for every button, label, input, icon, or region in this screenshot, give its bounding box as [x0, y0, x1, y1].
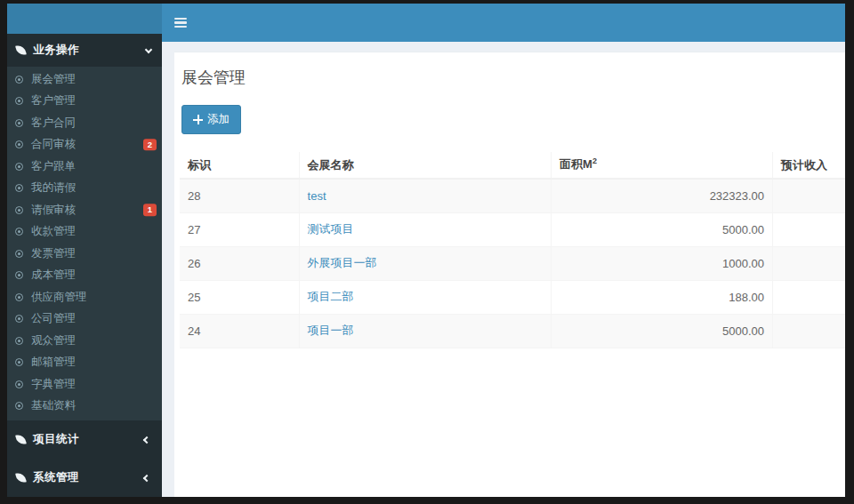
sidebar-item-company-mgmt[interactable]: 公司管理	[7, 308, 162, 331]
leaf-icon	[15, 44, 26, 55]
table-row: 27 测试项目 5000.00 100000.00 内展项目	[180, 212, 845, 246]
cell-income: 100000.00	[773, 314, 845, 348]
sidebar: 业务操作 展会管理 客户管理 客户合同 合同审核 2	[7, 4, 162, 497]
table-row: 26 外展项目一部 1000.00 10000.00 外展项目	[180, 246, 845, 280]
cell-area: 5000.00	[552, 212, 773, 246]
chevron-left-icon	[143, 436, 150, 443]
page-title: 展会管理	[180, 60, 845, 88]
topbar	[162, 4, 845, 42]
exhibition-link[interactable]: 项目一部	[308, 324, 354, 337]
cell-id: 27	[180, 212, 299, 246]
table-header-row: 标识 会展名称 面积M2 预计收入 实施部门	[180, 152, 845, 179]
header-area: 面积M2	[552, 152, 773, 179]
content-panel: 展会管理 添加 标识 会展名称 面积M2 预计收入	[174, 52, 845, 497]
dot-circle-icon	[15, 228, 23, 236]
cell-area: 232323.00	[552, 179, 773, 212]
cell-area: 1000.00	[552, 246, 773, 280]
sidebar-toggle-icon[interactable]	[174, 16, 190, 30]
app-window: 业务操作 展会管理 客户管理 客户合同 合同审核 2	[7, 4, 845, 497]
plus-icon	[193, 115, 203, 124]
exhibition-link[interactable]: 项目二部	[308, 290, 354, 303]
sidebar-item-dictionary-mgmt[interactable]: 字典管理	[7, 373, 162, 396]
header-id: 标识	[180, 152, 299, 179]
cell-id: 26	[180, 246, 299, 280]
exhibition-link[interactable]: 测试项目	[308, 222, 354, 236]
sidebar-section-system-mgmt[interactable]: 系统管理	[7, 459, 162, 497]
sidebar-item-customer-mgmt[interactable]: 客户管理	[7, 91, 162, 113]
dot-circle-icon	[15, 315, 23, 323]
section-label: 业务操作	[33, 43, 79, 58]
sidebar-item-email-mgmt[interactable]: 邮箱管理	[7, 352, 162, 374]
add-button[interactable]: 添加	[181, 105, 241, 134]
cell-area: 5000.00	[552, 314, 773, 348]
dot-circle-icon	[15, 402, 23, 410]
cell-income: 100000.00	[773, 212, 845, 246]
dot-circle-icon	[15, 380, 23, 388]
chevron-left-icon	[143, 474, 150, 481]
main-area: 展会管理 添加 标识 会展名称 面积M2 预计收入	[162, 4, 845, 497]
exhibition-link[interactable]: test	[308, 189, 326, 203]
dot-circle-icon	[15, 206, 23, 214]
dot-circle-icon	[15, 271, 23, 279]
cell-income: 10000.00	[773, 280, 845, 314]
sidebar-item-leave-review[interactable]: 请假审核 1	[7, 199, 162, 221]
section-label: 系统管理	[33, 470, 79, 485]
sidebar-item-payment-mgmt[interactable]: 收款管理	[7, 221, 162, 244]
table-row: 24 项目一部 5000.00 100000.00 内展项目	[180, 314, 845, 348]
sidebar-item-basic-data[interactable]: 基础资料	[7, 396, 162, 418]
sidebar-item-cost-mgmt[interactable]: 成本管理	[7, 265, 162, 287]
header-name: 会展名称	[299, 152, 551, 179]
cell-id: 25	[180, 280, 299, 314]
exhibitions-table: 标识 会展名称 面积M2 预计收入 实施部门 28 test 232323.00	[180, 152, 845, 348]
dot-circle-icon	[15, 97, 23, 105]
sidebar-item-my-leave[interactable]: 我的请假	[7, 178, 162, 200]
sidebar-item-customer-followup[interactable]: 客户跟单	[7, 156, 162, 178]
header-income: 预计收入	[773, 152, 845, 179]
sidebar-item-customer-contract[interactable]: 客户合同	[7, 112, 162, 134]
business-submenu: 展会管理 客户管理 客户合同 合同审核 2 客户跟单 我的请假	[7, 67, 162, 420]
dot-circle-icon	[15, 76, 23, 84]
dot-circle-icon	[15, 250, 23, 258]
leaf-icon	[15, 434, 26, 444]
sidebar-section-business-ops[interactable]: 业务操作	[7, 34, 162, 67]
sidebar-item-supplier-mgmt[interactable]: 供应商管理	[7, 286, 162, 308]
sidebar-logo-area	[7, 4, 162, 34]
sidebar-item-audience-mgmt[interactable]: 观众管理	[7, 330, 162, 352]
dot-circle-icon	[15, 293, 23, 301]
dot-circle-icon	[15, 337, 23, 345]
sidebar-item-invoice-mgmt[interactable]: 发票管理	[7, 243, 162, 265]
cell-id: 24	[180, 314, 299, 348]
exhibition-link[interactable]: 外展项目一部	[308, 256, 377, 269]
dot-circle-icon	[15, 358, 23, 366]
cell-id: 28	[180, 179, 299, 212]
notification-badge: 2	[143, 139, 157, 151]
content-area: 展会管理 添加 标识 会展名称 面积M2 预计收入	[162, 42, 845, 497]
sidebar-item-exhibition-mgmt[interactable]: 展会管理	[7, 68, 162, 91]
chevron-down-icon	[145, 45, 152, 52]
dot-circle-icon	[15, 140, 23, 148]
dot-circle-icon	[15, 119, 23, 127]
leaf-icon	[15, 472, 26, 483]
cell-area: 188.00	[552, 280, 773, 314]
add-button-label: 添加	[207, 112, 230, 127]
section-label: 项目统计	[33, 432, 79, 447]
notification-badge: 1	[143, 204, 157, 217]
cell-income: 10000.00	[773, 246, 845, 280]
sidebar-item-contract-review[interactable]: 合同审核 2	[7, 134, 162, 156]
table-row: 28 test 232323.00 3232.00 内展项目	[180, 179, 845, 212]
cell-income: 3232.00	[773, 179, 845, 212]
dot-circle-icon	[15, 184, 23, 192]
sidebar-section-project-stats[interactable]: 项目统计	[7, 420, 162, 459]
table-row: 25 项目二部 188.00 10000.00 内展项目	[180, 280, 845, 314]
dot-circle-icon	[15, 163, 23, 171]
